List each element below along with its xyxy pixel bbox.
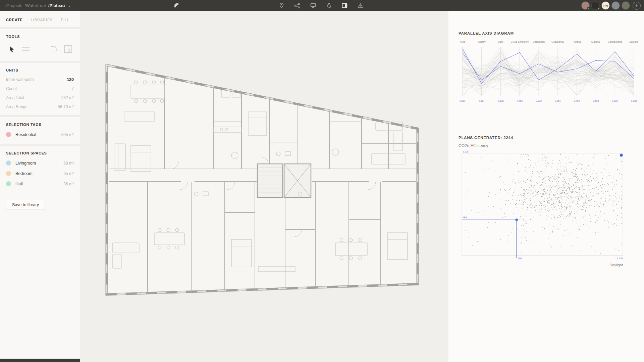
parallel-axis-chart[interactable]: Area0.881Energy0.317Cost0.528CO2e Effici… (459, 39, 638, 111)
row-value: 232 m² (61, 95, 74, 100)
floor-plan-canvas[interactable] (80, 11, 448, 362)
wall-lines-tool[interactable] (20, 43, 32, 55)
avatar[interactable] (581, 1, 590, 10)
share-nodes-icon[interactable] (294, 3, 300, 9)
prism-icon[interactable] (357, 3, 363, 9)
space-row-livingroom[interactable]: Livingroom 68 m² (6, 158, 74, 168)
unit-grid-tool[interactable] (62, 43, 74, 55)
tag-label: Residential (15, 132, 36, 137)
svg-text:605: 605 (518, 257, 522, 260)
breadcrumb-waterfront[interactable]: /Waterfront (24, 3, 46, 8)
space-color-dot (6, 161, 11, 166)
svg-text:0.462: 0.462 (517, 100, 523, 102)
left-sidebar: CREATE LIBRARIES FILL TOOLS UNITS (0, 11, 80, 362)
avatar[interactable] (591, 1, 600, 10)
parallel-cloud (463, 47, 634, 95)
plans-scatter-chart[interactable]: 2856051.1051.735Daylight (459, 150, 638, 271)
tag-color-dot (6, 132, 11, 137)
space-area-value: 36 m² (63, 182, 74, 186)
scatter-crosshair: 285605 (462, 216, 522, 260)
tab-create[interactable]: CREATE (6, 18, 23, 22)
top-bar: /Projects /Waterfront /Plateau ⌄ P (0, 0, 644, 11)
space-label: Hall (15, 182, 23, 186)
location-pin-icon[interactable] (278, 3, 284, 9)
row-label: Area Range (6, 104, 28, 109)
svg-text:CO2e Efficiency: CO2e Efficiency (511, 40, 529, 43)
online-status-dot (597, 7, 600, 10)
svg-text:Cost: Cost (498, 40, 503, 43)
svg-text:0.351: 0.351 (555, 100, 561, 102)
svg-text:Daylight: Daylight (629, 40, 638, 43)
single-line-tool[interactable] (34, 43, 46, 55)
selection-tags-section: SELECTION TAGS Residential 895 m² (0, 117, 80, 144)
space-row-bedroom[interactable]: Bedroom 65 m² (6, 168, 74, 179)
shape-outline-tool[interactable] (48, 43, 60, 55)
svg-text:0.317: 0.317 (479, 100, 485, 102)
avatar[interactable] (622, 1, 630, 10)
finch-logo-icon[interactable] (173, 2, 180, 10)
svg-text:0.322: 0.322 (536, 100, 542, 102)
chevron-down-icon[interactable]: ⌄ (68, 3, 71, 8)
parallel-axes: Area0.881Energy0.317Cost0.528CO2e Effici… (460, 40, 638, 102)
avatar[interactable] (611, 1, 620, 10)
breadcrumb-projects[interactable]: /Projects (5, 3, 22, 8)
row-label: Area Total (6, 95, 24, 100)
svg-text:0.528: 0.528 (498, 100, 504, 102)
monitor-icon[interactable] (310, 3, 316, 9)
tag-row-residential[interactable]: Residential 895 m² (6, 129, 74, 140)
svg-text:1.735: 1.735 (617, 257, 623, 260)
split-view-icon[interactable] (341, 3, 347, 9)
svg-text:Occupancy: Occupancy (551, 40, 564, 43)
row-value[interactable]: 120 (67, 77, 74, 82)
save-to-library-button[interactable]: Save to library (6, 200, 45, 210)
mobile-device-icon[interactable] (326, 3, 332, 9)
tools-section: TOOLS (0, 29, 80, 61)
scatter-frame (462, 153, 623, 256)
sidebar-tabs: CREATE LIBRARIES FILL (0, 11, 80, 27)
tag-area-value: 895 m² (61, 132, 74, 137)
selected-plan-point[interactable] (516, 219, 518, 221)
breadcrumb-plateau[interactable]: /Plateau (48, 3, 65, 8)
space-row-hall[interactable]: Hall 36 m² (6, 179, 74, 189)
select-cursor-tool[interactable] (6, 43, 17, 55)
row-label: Inner wall width (6, 77, 34, 82)
svg-text:0.881: 0.881 (460, 100, 466, 102)
svg-text:285: 285 (463, 216, 467, 219)
space-color-dot (6, 181, 11, 186)
svg-text:1.105: 1.105 (463, 150, 469, 153)
avatar-initials: PH (603, 4, 608, 7)
tab-libraries[interactable]: LIBRARIES (31, 18, 53, 22)
svg-text:0.284: 0.284 (612, 100, 618, 102)
svg-text:Circulation: Circulation (533, 40, 544, 43)
scatter-points (465, 154, 622, 254)
space-area-value: 68 m² (63, 161, 74, 166)
units-row-inner-wall-width: Inner wall width 120 (6, 75, 74, 84)
space-label: Livingroom (15, 161, 36, 166)
floor-plan-drawing (80, 11, 448, 362)
stair-core (257, 164, 311, 197)
svg-text:Energy: Energy (478, 40, 486, 43)
svg-text:Material: Material (591, 40, 600, 43)
space-label: Bedroom (15, 171, 33, 176)
units-row-count: Count 7 (6, 84, 74, 93)
collaborator-avatars: PH + (581, 1, 641, 10)
avatar[interactable]: PH (601, 1, 610, 10)
svg-text:0.593: 0.593 (593, 100, 599, 102)
online-status-dot (587, 7, 590, 10)
selection-spaces-section: SELECTION SPACES Livingroom 68 m² Bedroo… (0, 146, 80, 193)
breadcrumb: /Projects /Waterfront /Plateau ⌄ (5, 0, 71, 11)
units-section: UNITS Inner wall width 120 Count 7 Area … (0, 63, 80, 115)
parallel-axis-diagram-title: PARALLEL AXIS DIAGRAM (459, 31, 514, 35)
row-label: Count (6, 86, 17, 91)
units-row-area-range: Area Range 56-73 m² (6, 102, 74, 111)
analysis-panel: PARALLEL AXIS DIAGRAM Area0.881Energy0.3… (448, 11, 644, 362)
tab-fill[interactable]: FILL (61, 18, 69, 22)
scatter-x-axis-label: Daylight (609, 263, 623, 267)
row-value: 56-73 m² (58, 104, 74, 109)
sidebar-footer-bar (0, 359, 80, 362)
row-value: 7 (71, 86, 74, 91)
selection-tags-title: SELECTION TAGS (6, 123, 74, 127)
plans-generated-title: PLANS GENERATED: 2244 (459, 136, 513, 140)
best-plan-point[interactable] (620, 154, 623, 157)
add-collaborator-button[interactable]: + (633, 2, 641, 10)
